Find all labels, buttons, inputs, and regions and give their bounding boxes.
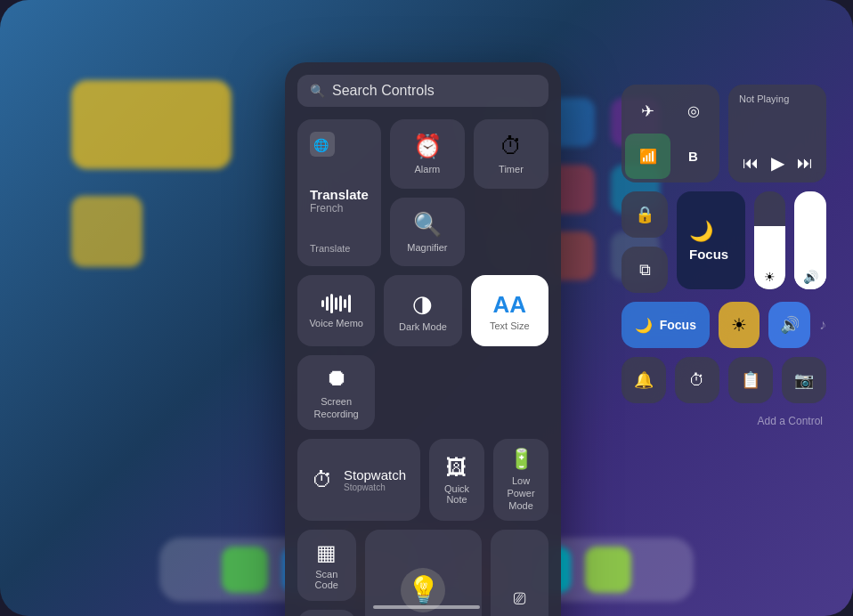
- search-bar-icon: 🔍: [310, 84, 325, 98]
- wifi-btn[interactable]: 📶: [625, 134, 670, 179]
- airdrop-icon: ◎: [687, 102, 700, 119]
- text-size-tile[interactable]: AA Text Size: [471, 275, 548, 346]
- brightness-icon: ☀: [764, 270, 776, 284]
- next-btn[interactable]: ⏭: [797, 154, 813, 173]
- airdrop-btn[interactable]: ◎: [670, 88, 716, 134]
- prev-btn[interactable]: ⏮: [743, 154, 759, 173]
- translate-title: Translate: [310, 187, 369, 202]
- cc-row-2: 🔒 ⧉ 🌙 Focus ☀ 🔊: [621, 191, 826, 293]
- timer-cc-icon: ⏱: [689, 371, 705, 390]
- stopwatch-title: Stopwatch: [344, 467, 406, 482]
- bell-icon: 🔔: [634, 370, 654, 390]
- speaker-icon: 🔊: [780, 315, 800, 335]
- screen-recording-label: ScreenRecording: [314, 395, 359, 421]
- search-bar[interactable]: 🔍 Search Controls: [297, 75, 548, 107]
- bluetooth-btn[interactable]: B: [670, 134, 716, 179]
- translate-tile[interactable]: 🌐 Translate French Translate: [297, 119, 381, 266]
- right-col: ⎚ ScreenMirroring: [491, 530, 549, 616]
- cc-row-4: 🔔 ⏱ 📋 📷: [621, 357, 826, 403]
- not-playing-label: Not Playing: [739, 93, 816, 104]
- controls-section-2: Voice Memo ◑ Dark Mode AA Text Size ⏺ Sc…: [297, 275, 548, 430]
- screen-mirror-cc-tile[interactable]: ⧉: [621, 247, 668, 293]
- magnifier-label: Magnifier: [407, 242, 447, 253]
- text-size-label: Text Size: [490, 320, 530, 331]
- left-col: ▦ Scan Code S RecognizeMusic: [297, 530, 356, 616]
- text-size-icon: AA: [493, 291, 527, 319]
- scene-accessory-tile[interactable]: 💡 Scene or Accessory Home: [365, 530, 482, 616]
- focus-mode-tile[interactable]: 🌙 Focus: [621, 302, 710, 348]
- yellow-widget: [71, 80, 232, 169]
- timer-tile[interactable]: ⏱ Timer: [474, 119, 548, 189]
- lock-rotation-icon: 🔒: [635, 205, 654, 224]
- screen-mirroring-tile[interactable]: ⎚ ScreenMirroring: [491, 530, 549, 616]
- translate-bottom-label: Translate: [310, 243, 369, 254]
- media-tile[interactable]: Not Playing ⏮ ▶ ⏭: [728, 85, 826, 182]
- voice-memo-label: Voice Memo: [309, 318, 363, 328]
- volume-tile[interactable]: 🔊: [768, 302, 810, 348]
- bluetooth-icon: B: [688, 149, 698, 164]
- alarm-cc-tile[interactable]: 🔔: [621, 357, 666, 403]
- translate-icon: 🌐: [310, 132, 369, 162]
- search-bar-text: Search Controls: [332, 83, 435, 99]
- low-power-tile[interactable]: 🔋 Low PowerMode: [493, 439, 548, 522]
- camera-cc-tile[interactable]: 📷: [782, 357, 826, 403]
- focus-label-2: Focus: [660, 318, 696, 332]
- timer-label: Timer: [499, 164, 524, 174]
- mirror-icon: ⧉: [639, 261, 651, 280]
- airplane-mode-btn[interactable]: ✈: [625, 88, 670, 134]
- cc-row-3: 🌙 Focus ☀ 🔊 ♪: [621, 302, 826, 348]
- scan-code-icon: ▦: [316, 540, 337, 565]
- lock-rotation-tile[interactable]: 🔒: [621, 191, 668, 238]
- dark-mode-label: Dark Mode: [399, 321, 447, 332]
- alarm-tile[interactable]: ⏰ Alarm: [390, 119, 465, 189]
- focus-tile[interactable]: 🌙 Focus: [677, 191, 745, 289]
- ipad-background: ✈ ◎ 📶 B Not Playing ⏮: [0, 0, 853, 616]
- add-control-text: Add a Control: [758, 415, 823, 427]
- brightness-slider[interactable]: ☀: [754, 191, 786, 289]
- svg-text:🌐: 🌐: [313, 138, 329, 153]
- quick-note-icon: 🖼: [446, 455, 467, 480]
- timer-cc-tile[interactable]: ⏱: [675, 357, 719, 403]
- scan-code-label: Scan Code: [303, 569, 351, 590]
- stopwatch-sublabel: Stopwatch: [344, 482, 406, 492]
- stopwatch-icon: ⏱: [312, 467, 333, 492]
- notes-icon: 📋: [741, 370, 760, 390]
- sun-tile[interactable]: ☀: [719, 302, 760, 348]
- sun-icon: ☀: [731, 314, 747, 336]
- volume-icon: 🔊: [803, 270, 818, 284]
- home-indicator: [373, 605, 480, 609]
- quick-note-label: Quick Note: [435, 483, 479, 505]
- alarm-icon: ⏰: [413, 133, 442, 160]
- control-center-right: ✈ ◎ 📶 B Not Playing ⏮: [621, 85, 826, 428]
- play-btn[interactable]: ▶: [771, 152, 784, 174]
- controls-section-3: ⏱ Stopwatch Stopwatch 🖼 Quick Note 🔋 Low…: [297, 439, 548, 522]
- low-power-label: Low PowerMode: [499, 474, 543, 513]
- moon-icon-2: 🌙: [635, 317, 653, 334]
- translate-text-block: Translate French: [310, 187, 369, 215]
- recognize-music-tile[interactable]: S RecognizeMusic: [297, 610, 356, 616]
- magnifier-icon: 🔍: [413, 211, 442, 239]
- connectivity-tile[interactable]: ✈ ◎ 📶 B: [621, 85, 719, 182]
- quick-note-tile[interactable]: 🖼 Quick Note: [429, 439, 484, 522]
- stopwatch-text-block: Stopwatch Stopwatch: [344, 467, 406, 492]
- search-controls-panel: 🔍 Search Controls 🌐 Translate French Tra…: [285, 62, 561, 616]
- voice-memo-tile[interactable]: Voice Memo: [297, 275, 375, 346]
- add-control-area[interactable]: Add a Control: [621, 412, 826, 428]
- airplane-icon: ✈: [641, 101, 654, 121]
- dark-mode-tile[interactable]: ◑ Dark Mode: [384, 275, 461, 346]
- notes-cc-tile[interactable]: 📋: [728, 357, 773, 403]
- magnifier-tile[interactable]: 🔍 Magnifier: [390, 198, 465, 267]
- yellow-small-widget: [71, 196, 142, 267]
- camera-icon: 📷: [794, 370, 814, 390]
- playback-controls: ⏮ ▶ ⏭: [739, 152, 816, 174]
- lightbulb-icon: 💡: [407, 574, 440, 605]
- scan-code-tile[interactable]: ▦ Scan Code: [297, 530, 356, 601]
- focus-label: Focus: [689, 247, 728, 262]
- screen-recording-icon: ⏺: [325, 364, 348, 392]
- controls-section-1: 🌐 Translate French Translate ⏰ Alarm ⏱ T…: [297, 119, 548, 266]
- low-power-icon: 🔋: [509, 448, 533, 471]
- alarm-label: Alarm: [415, 164, 441, 174]
- stopwatch-tile[interactable]: ⏱ Stopwatch Stopwatch: [297, 439, 420, 522]
- screen-recording-tile[interactable]: ⏺ ScreenRecording: [297, 355, 375, 430]
- volume-slider[interactable]: 🔊: [794, 191, 826, 289]
